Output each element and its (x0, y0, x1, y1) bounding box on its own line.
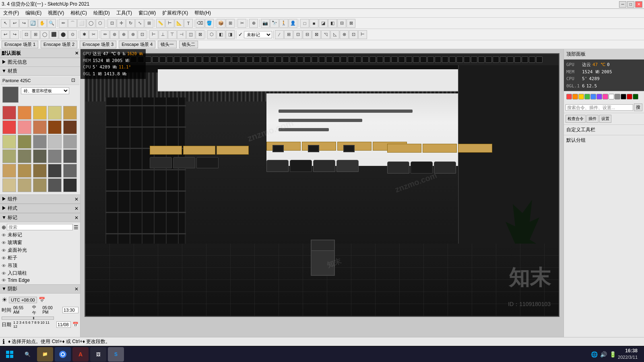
tb2-btn10[interactable]: ✂ (89, 30, 98, 39)
swatch-6[interactable] (18, 120, 31, 134)
menu-item-T[interactable]: 工具(T) (115, 9, 134, 17)
battery-icon[interactable]: 🔋 (609, 351, 616, 358)
current-color[interactable] (2, 87, 19, 103)
camera-tool2[interactable]: 🔭 (270, 19, 279, 28)
color-btn-0[interactable] (566, 94, 572, 99)
tb2-icon5[interactable]: ⊠ (312, 30, 321, 39)
enscape-scene4[interactable]: Enscape 场景 4 (119, 41, 155, 48)
tb2-btn5[interactable]: ◯ (40, 30, 49, 39)
viewport[interactable]: GPU 达云 47 ℃ 0 ‰ 1620 ㎒ MEM 1524 ㎆ 2005 ㎆… (80, 49, 564, 337)
volume-icon[interactable]: 🔊 (600, 351, 607, 358)
search-taskbar-btn[interactable]: 🔍 (19, 347, 35, 362)
tape-tool[interactable]: 📏 (156, 19, 165, 28)
component-tool[interactable]: 📦 (217, 19, 225, 28)
tb2-btn21[interactable]: ⊠ (196, 30, 204, 39)
push-pull-tool[interactable]: ⊡ (107, 19, 116, 28)
scene-info-section[interactable]: ▶ 图元信息 (0, 58, 80, 67)
tag-search-input[interactable] (7, 224, 73, 230)
date-input[interactable] (56, 321, 71, 328)
dimension-tool[interactable]: ⊢ (165, 19, 174, 28)
position-camera[interactable]: 👤 (289, 19, 297, 28)
swatch-2[interactable] (33, 106, 47, 120)
line-tool[interactable]: ✏ (59, 19, 68, 28)
color-btn-4[interactable] (590, 94, 596, 99)
swatch-8[interactable] (48, 120, 62, 134)
rotate-tool[interactable]: ↻ (126, 19, 135, 28)
tb2-btn22[interactable]: ⬡ (207, 30, 216, 39)
swatch-29[interactable] (63, 178, 77, 192)
tb2-btn9[interactable]: ✱ (80, 30, 89, 39)
menu-item-F[interactable]: 文件(F) (2, 9, 21, 17)
swatch-28[interactable] (48, 178, 62, 192)
swatch-11[interactable] (18, 135, 31, 149)
shadow-calendar-icon[interactable]: 📅 (39, 297, 45, 303)
tb2-btn17[interactable]: ⊥ (159, 30, 167, 39)
swatch-3[interactable] (48, 106, 62, 120)
color-btn-2[interactable] (578, 94, 584, 99)
shadow-close[interactable]: ✕ (74, 286, 78, 292)
swatch-21[interactable] (18, 164, 31, 178)
tb2-btn8[interactable]: ⊙ (68, 30, 77, 39)
tb2-btn14[interactable]: ⊗ (128, 30, 137, 39)
zoom-btn[interactable]: 🔍 (47, 19, 56, 28)
protractor-tool[interactable]: 📐 (175, 19, 184, 28)
time-input[interactable] (62, 307, 78, 313)
enscape-scene2[interactable]: Enscape 场景 2 (41, 41, 77, 48)
swatch-15[interactable] (2, 149, 16, 163)
check-commands-btn[interactable]: 检查合令 (566, 115, 586, 123)
color-btn-7[interactable] (609, 94, 614, 99)
settings-btn[interactable]: 设置 (599, 115, 611, 123)
offset-tool[interactable]: ⊞ (144, 19, 153, 28)
pan-btn[interactable]: ✋ (38, 19, 47, 28)
tb2-btn13[interactable]: ⊕ (119, 30, 128, 39)
styles-close[interactable]: ✕ (74, 206, 78, 211)
section-tool[interactable]: ✂ (237, 19, 246, 28)
tb2-btn19[interactable]: ⊣ (177, 30, 186, 39)
style-btn6[interactable]: ⊠ (347, 19, 355, 28)
tag-item-桌面补光[interactable]: 👁桌面补光 (2, 246, 78, 254)
tags-header[interactable]: ▼ 标记 ✕ (0, 213, 80, 222)
menu-item-C[interactable]: 相机(C) (69, 9, 89, 17)
circle-tool[interactable]: ◯ (87, 19, 95, 28)
tag-eye-未标记[interactable]: 👁 (2, 233, 6, 238)
start-button[interactable] (2, 347, 18, 362)
tb2-icon1[interactable]: ∕ (275, 30, 284, 39)
tb2-btn23[interactable]: ◧ (217, 30, 225, 39)
tb2-btn15[interactable]: ⊡ (138, 30, 147, 39)
tb2-btn20[interactable]: ◫ (186, 30, 195, 39)
swatch-5[interactable] (2, 120, 16, 134)
walkthrough-tool[interactable]: 🚶 (279, 19, 288, 28)
tb2-btn24[interactable]: ◨ (226, 30, 235, 39)
menu-item-W[interactable]: 窗口(W) (137, 9, 157, 17)
tb2-btn3[interactable]: ⊡ (22, 30, 31, 39)
tag-options-icon[interactable]: ☰ (74, 224, 78, 230)
swatch-7[interactable] (33, 120, 47, 134)
group-tool[interactable]: ⊞ (226, 19, 235, 28)
tag-item-未标记[interactable]: 👁未标记 (2, 231, 78, 239)
style-btn3[interactable]: ◪ (319, 19, 328, 28)
menu-item-E[interactable]: 编辑(E) (24, 9, 43, 17)
right-search-input[interactable] (566, 104, 633, 111)
styles-header[interactable]: ▶ 样式 ✕ (0, 204, 80, 213)
viewport-3d[interactable]: znzmo.com znzmo.com 知末 知末 ID：1109180103 (80, 49, 564, 337)
tb2-icon8[interactable]: ⊗ (340, 30, 349, 39)
minimize-button[interactable]: ─ (619, 1, 626, 8)
tag-eye-吊顶[interactable]: 👁 (2, 263, 6, 268)
tb2-btn6[interactable]: ⬛ (50, 30, 58, 39)
eraser-tool[interactable]: ⌫ (196, 19, 204, 28)
lens2-btn[interactable]: 镜头二 (179, 41, 198, 48)
taskbar-app2[interactable]: 🖼 (90, 347, 106, 362)
tag-item-入口墙柱[interactable]: 👁入口墙柱 (2, 269, 78, 277)
arc-tool[interactable]: ⌒ (68, 19, 77, 28)
material-icon-btn[interactable]: ⊡ (71, 77, 78, 84)
plugins-btn[interactable]: 插件 (586, 115, 599, 123)
swatch-24[interactable] (63, 164, 77, 178)
maximize-button[interactable]: □ (627, 1, 634, 8)
color-btn-3[interactable] (584, 94, 590, 99)
tb2-btn11[interactable]: ✏ (101, 30, 109, 39)
swatch-10[interactable] (2, 135, 16, 149)
swatch-13[interactable] (48, 135, 62, 149)
taskbar-autocad-app[interactable]: A (72, 347, 89, 362)
time-slider[interactable] (2, 316, 54, 320)
axes-tool[interactable]: ⊕ (249, 19, 258, 28)
